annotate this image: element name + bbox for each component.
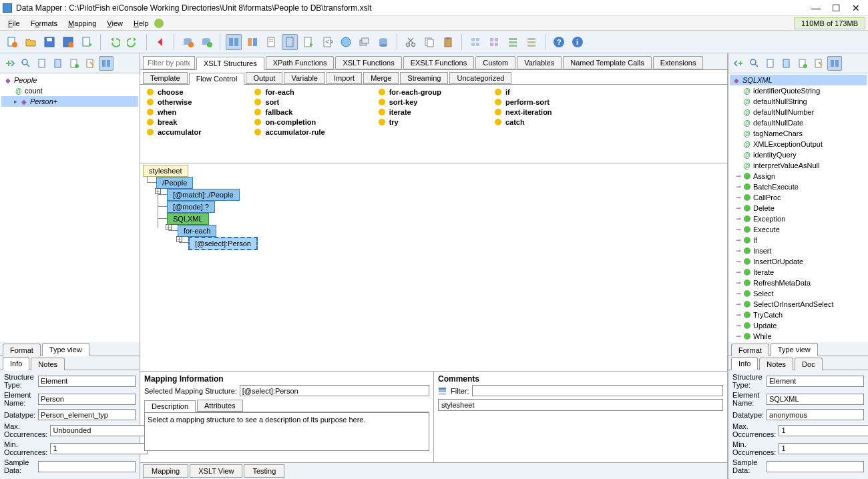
filter-tab-variables[interactable]: Variables bbox=[517, 56, 562, 69]
expand-icon[interactable]: ⊸ bbox=[735, 183, 742, 190]
menu-file[interactable]: File bbox=[3, 18, 25, 29]
tree-attr-tagNameChars[interactable]: @tagNameChars bbox=[730, 128, 867, 139]
close-button[interactable]: ✕ bbox=[852, 4, 860, 12]
new-icon[interactable] bbox=[4, 34, 20, 50]
open-icon[interactable] bbox=[23, 34, 39, 50]
expand-icon[interactable]: ⊸ bbox=[735, 205, 742, 211]
structure-type-field[interactable] bbox=[767, 376, 864, 387]
tab-notes[interactable]: Notes bbox=[759, 358, 793, 370]
toggle-icon[interactable]: − bbox=[144, 167, 723, 175]
right-tool-doc2-icon[interactable] bbox=[779, 56, 794, 71]
selected-structure-field[interactable] bbox=[240, 385, 429, 396]
tree-attr-interpretValueAsNull[interactable]: @interpretValueAsNull bbox=[730, 160, 867, 171]
min-occ-field[interactable] bbox=[50, 443, 148, 454]
expand-icon[interactable]: ⊸ bbox=[735, 226, 742, 233]
keyword-choose[interactable]: choose bbox=[147, 87, 201, 97]
expand-icon[interactable]: ⊸ bbox=[735, 248, 742, 254]
keyword-for-each[interactable]: for-each bbox=[254, 87, 324, 97]
comments-list[interactable]: stylesheet bbox=[438, 399, 723, 411]
right-tool-edit-icon[interactable] bbox=[811, 56, 826, 71]
keyword-accumulator-rule[interactable]: accumulator-rule bbox=[254, 127, 324, 137]
doc-tag-icon[interactable]: <> bbox=[319, 34, 335, 50]
expand-icon[interactable]: ⊸ bbox=[735, 290, 742, 297]
min-occ-field[interactable] bbox=[779, 443, 868, 454]
tree-elem-CallProc[interactable]: ⊸CallProc bbox=[730, 192, 867, 203]
doc2-icon[interactable] bbox=[282, 34, 298, 50]
max-occ-field[interactable] bbox=[779, 425, 868, 436]
globe-icon[interactable] bbox=[338, 34, 354, 50]
grid3-icon[interactable] bbox=[505, 34, 521, 50]
keyword-otherwise[interactable]: otherwise bbox=[147, 97, 201, 107]
comment-item[interactable]: stylesheet bbox=[439, 400, 722, 410]
left-tool-doc3-icon[interactable] bbox=[67, 56, 81, 71]
node-select[interactable]: [@select]:Person bbox=[188, 237, 258, 250]
tab-xslt-view[interactable]: XSLT View bbox=[190, 464, 242, 478]
filter-tab-xslt-structures[interactable]: XSLT Structures bbox=[196, 57, 264, 70]
info-icon[interactable]: i bbox=[570, 34, 586, 50]
right-tool-doc3-icon[interactable] bbox=[795, 56, 810, 71]
tree-attr-defaultNullDate[interactable]: @defaultNullDate bbox=[730, 117, 867, 128]
node-mode[interactable]: [@mode]:? bbox=[167, 201, 215, 213]
tab-notes[interactable]: Notes bbox=[31, 358, 65, 370]
tab-type-view[interactable]: Type view bbox=[42, 343, 89, 356]
sub-tab-streaming[interactable]: Streaming bbox=[400, 72, 448, 84]
mapping-canvas[interactable]: stylesheet − /People − [@match]:./People… bbox=[140, 163, 727, 372]
tab-doc[interactable]: Doc bbox=[795, 358, 823, 370]
left-tool-add-icon[interactable] bbox=[3, 56, 17, 71]
save-icon[interactable] bbox=[41, 34, 57, 50]
menu-view[interactable]: View bbox=[101, 18, 128, 29]
menu-formats[interactable]: Formats bbox=[25, 18, 63, 29]
tree-attr-XMLExceptionOutput[interactable]: @XMLExceptionOutput bbox=[730, 139, 867, 149]
node-match[interactable]: [@match]:./People bbox=[167, 189, 240, 201]
right-tool-doc1-icon[interactable] bbox=[763, 56, 778, 71]
keyword-sort-key[interactable]: sort-key bbox=[379, 97, 441, 107]
maximize-button[interactable]: ☐ bbox=[832, 4, 840, 12]
cut-icon[interactable] bbox=[403, 34, 419, 50]
tree-elem-Insert[interactable]: ⊸Insert bbox=[730, 246, 867, 256]
expand-icon[interactable]: ⊸ bbox=[735, 215, 742, 222]
filter-tab-exslt[interactable]: EXSLT Functions bbox=[403, 56, 475, 69]
filter-tab-custom[interactable]: Custom bbox=[475, 56, 515, 69]
back-icon[interactable] bbox=[152, 34, 168, 50]
sub-tab-merge[interactable]: Merge bbox=[363, 72, 399, 84]
sub-tab-uncat[interactable]: Uncategorized bbox=[449, 72, 511, 84]
tree-row-count[interactable]: @ count bbox=[1, 85, 138, 96]
tree-elem-SelectOrInsertAndSelect[interactable]: ⊸SelectOrInsertAndSelect bbox=[730, 299, 867, 310]
keyword-accumulator[interactable]: accumulator bbox=[147, 127, 201, 137]
menu-help[interactable]: Help bbox=[128, 18, 154, 29]
tree-elem-Delete[interactable]: ⊸Delete bbox=[730, 203, 867, 213]
right-tree[interactable]: ◆ SQLXML @identifierQuoteString@defaultN… bbox=[728, 73, 868, 342]
tree-elem-Update[interactable]: ⊸Update bbox=[730, 320, 867, 331]
keyword-perform-sort[interactable]: perform-sort bbox=[495, 97, 552, 107]
tab-description[interactable]: Description bbox=[144, 400, 196, 412]
keyword-on-completion[interactable]: on-completion bbox=[254, 117, 324, 127]
grid2-icon[interactable] bbox=[486, 34, 502, 50]
node-sqlxml[interactable]: SQLXML bbox=[167, 213, 209, 225]
expand-icon[interactable]: ⊸ bbox=[735, 237, 742, 244]
keyword-break[interactable]: break bbox=[147, 117, 201, 127]
tab-info[interactable]: Info bbox=[3, 357, 29, 370]
filter-tab-xpath[interactable]: XPath Functions bbox=[266, 56, 335, 69]
tab-type-view[interactable]: Type view bbox=[771, 343, 818, 356]
view2-icon[interactable] bbox=[244, 34, 260, 50]
comments-filter-field[interactable] bbox=[472, 385, 724, 396]
tree-attr-defaultNullNumber[interactable]: @defaultNullNumber bbox=[730, 107, 867, 117]
keyword-for-each-group[interactable]: for-each-group bbox=[379, 87, 441, 97]
element-name-field[interactable] bbox=[767, 394, 864, 405]
save-as-icon[interactable] bbox=[60, 34, 76, 50]
tab-mapping[interactable]: Mapping bbox=[143, 464, 188, 478]
doc1-icon[interactable] bbox=[263, 34, 279, 50]
expand-icon[interactable]: ⊸ bbox=[735, 333, 742, 340]
tree-elem-InsertOrUpdate[interactable]: ⊸InsertOrUpdate bbox=[730, 256, 867, 267]
paste-icon[interactable] bbox=[440, 34, 456, 50]
keyword-if[interactable]: if bbox=[495, 87, 552, 97]
sub-tab-variable[interactable]: Variable bbox=[284, 72, 325, 84]
expand-icon[interactable]: ⊸ bbox=[735, 301, 742, 308]
grid4-icon[interactable] bbox=[523, 34, 539, 50]
right-tool-toggle-icon[interactable] bbox=[827, 56, 842, 71]
tab-info[interactable]: Info bbox=[731, 357, 758, 370]
help-icon[interactable]: ? bbox=[551, 34, 567, 50]
filter-tab-named[interactable]: Named Template Calls bbox=[563, 56, 651, 69]
expand-icon[interactable]: ▸ bbox=[12, 98, 19, 105]
db-out-icon[interactable] bbox=[198, 34, 214, 50]
